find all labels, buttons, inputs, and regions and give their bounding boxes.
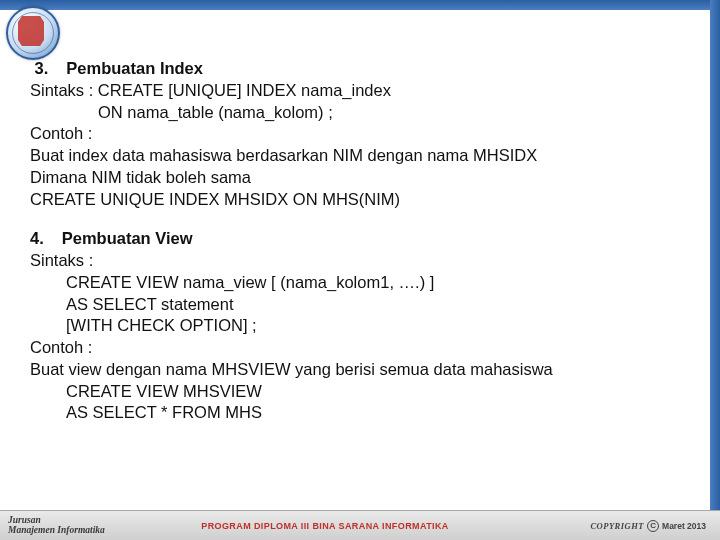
body-line: CREATE UNIQUE INDEX MHSIDX ON MHS(NIM) — [30, 189, 690, 211]
body-line: Sintaks : CREATE [UNIQUE] INDEX nama_ind… — [30, 80, 690, 102]
top-border — [0, 0, 720, 10]
footer-copyright: COPYRIGHT C Maret 2013 — [530, 520, 720, 532]
section-number: 3. — [35, 59, 49, 77]
footer-program: PROGRAM DIPLOMA III BINA SARANA INFORMAT… — [120, 521, 530, 531]
copyright-date: Maret 2013 — [662, 521, 706, 531]
section-view: 4.Pembuatan View Sintaks : CREATE VIEW n… — [30, 228, 690, 424]
body-line: AS SELECT statement — [30, 294, 690, 316]
body-line: Buat index data mahasiswa berdasarkan NI… — [30, 145, 690, 167]
slide-content: 3.Pembuatan Index Sintaks : CREATE [UNIQ… — [30, 58, 690, 442]
section-title: Pembuatan View — [62, 229, 193, 247]
section-index: 3.Pembuatan Index Sintaks : CREATE [UNIQ… — [30, 58, 690, 210]
body-line: Sintaks : — [30, 250, 690, 272]
section-title: Pembuatan Index — [66, 59, 203, 77]
copyright-icon: C — [647, 520, 659, 532]
copyright-label: COPYRIGHT — [590, 521, 644, 531]
body-line: Dimana NIM tidak boleh sama — [30, 167, 690, 189]
footer-left: Jurusan Manajemen Informatika — [0, 516, 120, 535]
body-line: Buat view dengan nama MHSVIEW yang beris… — [30, 359, 690, 381]
body-line: CREATE VIEW MHSVIEW — [30, 381, 690, 403]
footer-dept-line2: Manajemen Informatika — [8, 526, 120, 536]
body-line: [WITH CHECK OPTION] ; — [30, 315, 690, 337]
body-line: AS SELECT * FROM MHS — [30, 402, 690, 424]
section-heading: 3.Pembuatan Index — [30, 58, 690, 80]
footer-bar: Jurusan Manajemen Informatika PROGRAM DI… — [0, 510, 720, 540]
body-line: Contoh : — [30, 337, 690, 359]
body-line: ON nama_table (nama_kolom) ; — [30, 102, 690, 124]
section-number: 4. — [30, 229, 44, 247]
body-line: CREATE VIEW nama_view [ (nama_kolom1, ….… — [30, 272, 690, 294]
body-line: Contoh : — [30, 123, 690, 145]
section-heading: 4.Pembuatan View — [30, 228, 690, 250]
right-border — [710, 0, 720, 540]
bsi-logo — [6, 6, 60, 60]
